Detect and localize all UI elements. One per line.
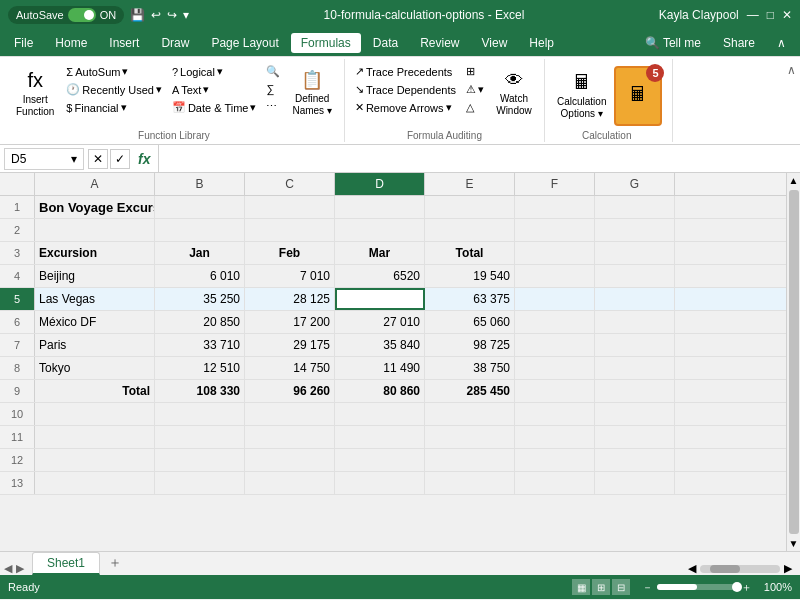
logical-button[interactable]: ? Logical ▾ [168, 63, 261, 80]
menu-help[interactable]: Help [519, 33, 564, 53]
cell-e12[interactable] [425, 449, 515, 471]
cell-g8[interactable] [595, 357, 675, 379]
page-layout-view-btn[interactable]: ⊞ [592, 579, 610, 595]
cell-e3[interactable]: Total [425, 242, 515, 264]
zoom-slider-thumb[interactable] [732, 582, 742, 592]
cell-b11[interactable] [155, 426, 245, 448]
cell-g5[interactable] [595, 288, 675, 310]
cell-d6[interactable]: 27 010 [335, 311, 425, 333]
normal-view-btn[interactable]: ▦ [572, 579, 590, 595]
cell-b6[interactable]: 20 850 [155, 311, 245, 333]
cell-e11[interactable] [425, 426, 515, 448]
zoom-out-btn[interactable]: － [642, 580, 653, 595]
cell-b13[interactable] [155, 472, 245, 494]
redo-icon[interactable]: ↪ [167, 8, 177, 22]
tab-scroll-left[interactable]: ◀ [4, 562, 12, 575]
cell-c2[interactable] [245, 219, 335, 241]
col-header-a[interactable]: A [35, 173, 155, 195]
share-button[interactable]: Share [713, 33, 765, 53]
more-functions-button[interactable]: ⋯ [262, 98, 284, 115]
autosum-dropdown-icon[interactable]: ▾ [122, 65, 128, 78]
cell-b7[interactable]: 33 710 [155, 334, 245, 356]
cell-a4[interactable]: Beijing [35, 265, 155, 287]
cell-b5[interactable]: 35 250 [155, 288, 245, 310]
ribbon-collapse[interactable]: ∧ [767, 33, 796, 53]
defined-names-button[interactable]: 📋 DefinedNames ▾ [286, 63, 337, 123]
minimize-button[interactable]: — [747, 8, 759, 22]
error-dropdown-icon[interactable]: ▾ [478, 83, 484, 96]
cell-g3[interactable] [595, 242, 675, 264]
cell-f11[interactable] [515, 426, 595, 448]
math-button[interactable]: ∑ [262, 81, 284, 97]
cell-e5[interactable]: 63 375 [425, 288, 515, 310]
cell-b3[interactable]: Jan [155, 242, 245, 264]
autosum-button[interactable]: Σ AutoSum ▾ [62, 63, 166, 80]
cell-b2[interactable] [155, 219, 245, 241]
cell-d13[interactable] [335, 472, 425, 494]
cell-f7[interactable] [515, 334, 595, 356]
recently-used-button[interactable]: 🕐 Recently Used ▾ [62, 81, 166, 98]
scroll-thumb[interactable] [789, 190, 799, 534]
watch-window-button[interactable]: 👁 WatchWindow [490, 63, 538, 123]
cell-b12[interactable] [155, 449, 245, 471]
cell-c12[interactable] [245, 449, 335, 471]
menu-draw[interactable]: Draw [151, 33, 199, 53]
cell-a6[interactable]: México DF [35, 311, 155, 333]
cell-d12[interactable] [335, 449, 425, 471]
ribbon-collapse-arrow[interactable]: ∧ [787, 63, 796, 77]
cell-f2[interactable] [515, 219, 595, 241]
zoom-level[interactable]: 100% [756, 581, 792, 593]
h-scroll-left[interactable]: ◀ [688, 562, 696, 575]
undo-icon[interactable]: ↩ [151, 8, 161, 22]
close-button[interactable]: ✕ [782, 8, 792, 22]
cell-f13[interactable] [515, 472, 595, 494]
cell-d2[interactable] [335, 219, 425, 241]
cell-a12[interactable] [35, 449, 155, 471]
text-dropdown-icon[interactable]: ▾ [203, 83, 209, 96]
menu-review[interactable]: Review [410, 33, 469, 53]
cell-b1[interactable] [155, 196, 245, 218]
cell-d9[interactable]: 80 860 [335, 380, 425, 402]
menu-file[interactable]: File [4, 33, 43, 53]
cell-b10[interactable] [155, 403, 245, 425]
text-button[interactable]: A Text ▾ [168, 81, 261, 98]
cell-a3[interactable]: Excursion [35, 242, 155, 264]
logical-dropdown-icon[interactable]: ▾ [217, 65, 223, 78]
cell-e9[interactable]: 285 450 [425, 380, 515, 402]
menu-insert[interactable]: Insert [99, 33, 149, 53]
cell-g12[interactable] [595, 449, 675, 471]
cell-e10[interactable] [425, 403, 515, 425]
cell-b4[interactable]: 6 010 [155, 265, 245, 287]
cell-e8[interactable]: 38 750 [425, 357, 515, 379]
col-header-f[interactable]: F [515, 173, 595, 195]
calculate-now-button[interactable]: 5 🖩 [614, 66, 662, 126]
cell-c11[interactable] [245, 426, 335, 448]
formula-input[interactable] [163, 152, 796, 166]
menu-data[interactable]: Data [363, 33, 408, 53]
cell-a9[interactable]: Total [35, 380, 155, 402]
name-box[interactable]: D5 ▾ [4, 148, 84, 170]
cell-c13[interactable] [245, 472, 335, 494]
recently-used-dropdown-icon[interactable]: ▾ [156, 83, 162, 96]
cell-f3[interactable] [515, 242, 595, 264]
cell-a13[interactable] [35, 472, 155, 494]
cell-b8[interactable]: 12 510 [155, 357, 245, 379]
h-scroll-right[interactable]: ▶ [784, 562, 792, 575]
cell-a5[interactable]: Las Vegas [35, 288, 155, 310]
cancel-formula-button[interactable]: ✕ [88, 149, 108, 169]
cell-d4[interactable]: 6520 [335, 265, 425, 287]
evaluate-formula-button[interactable]: △ [462, 99, 488, 116]
cell-c4[interactable]: 7 010 [245, 265, 335, 287]
cell-c7[interactable]: 29 175 [245, 334, 335, 356]
vertical-scrollbar[interactable]: ▲ ▼ [786, 173, 800, 551]
cell-a1[interactable]: Bon Voyage Excursions [35, 196, 155, 218]
name-box-dropdown[interactable]: ▾ [71, 152, 77, 166]
autosave-badge[interactable]: AutoSave ON [8, 6, 124, 24]
cell-g13[interactable] [595, 472, 675, 494]
cell-f10[interactable] [515, 403, 595, 425]
cell-f9[interactable] [515, 380, 595, 402]
save-icon[interactable]: 💾 [130, 8, 145, 22]
cell-f8[interactable] [515, 357, 595, 379]
cell-g9[interactable] [595, 380, 675, 402]
cell-f12[interactable] [515, 449, 595, 471]
